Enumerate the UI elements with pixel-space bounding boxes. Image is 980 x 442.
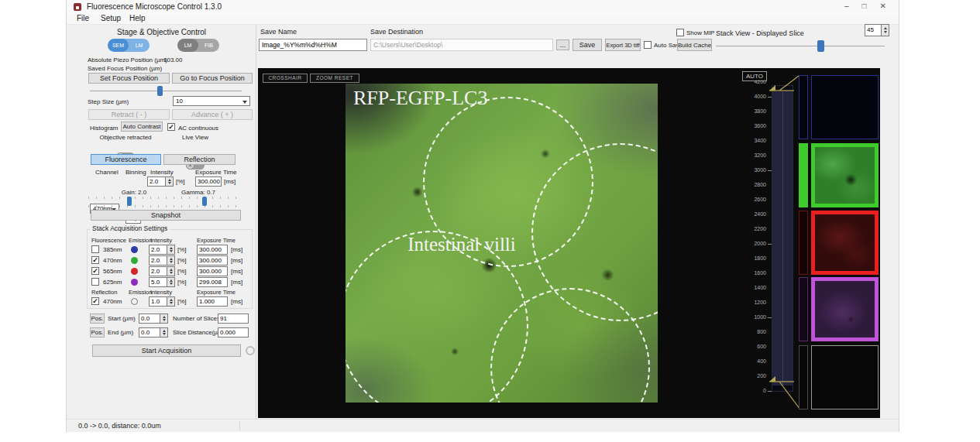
tab-fluorescence[interactable]: Fluorescence xyxy=(91,154,161,165)
intensity-label: Intensity xyxy=(150,169,174,176)
channel-625-checkbox[interactable] xyxy=(91,278,99,286)
save-destination-label: Save Destination xyxy=(370,28,423,36)
channel-565-intensity-stepper[interactable]: 2.0 xyxy=(149,266,175,276)
slices-input[interactable]: 91 xyxy=(218,314,249,324)
browse-button[interactable]: ... xyxy=(556,39,569,50)
absolute-piezo-value: 103.00 xyxy=(163,57,182,63)
intensity-stepper[interactable]: 2.0 xyxy=(147,176,174,187)
channel-565-exposure-input[interactable]: 300.000 xyxy=(197,266,228,276)
channel-thumbnail-385[interactable] xyxy=(811,75,879,139)
goto-focus-button[interactable]: Go to Focus Position xyxy=(172,73,253,84)
gamma-slider-handle[interactable] xyxy=(202,197,207,206)
maximize-icon[interactable]: □ xyxy=(862,2,867,10)
channel-thumbnail-565[interactable] xyxy=(811,211,879,275)
channel-label: Channel xyxy=(95,169,119,176)
sem-lm-toggle[interactable]: SEM LM xyxy=(108,39,150,52)
channel-470-exposure-input[interactable]: 300.000 xyxy=(197,255,228,266)
slice-slider-track[interactable] xyxy=(716,46,885,46)
channel-strip-565[interactable] xyxy=(799,211,808,275)
stepper-arrows-icon[interactable] xyxy=(166,176,174,187)
gain-slider-handle[interactable] xyxy=(127,197,132,206)
advance-button[interactable]: Advance ( + ) xyxy=(172,109,253,120)
channel-strip-470[interactable] xyxy=(799,143,808,207)
reflection-intensity-stepper[interactable]: 1.0 xyxy=(149,296,175,307)
build-cache-button[interactable]: Build Cache xyxy=(677,39,712,51)
auto-save-checkbox[interactable] xyxy=(644,41,652,49)
channel-strip-625[interactable] xyxy=(799,277,808,341)
auto-scale-button[interactable]: AUTO xyxy=(742,71,767,81)
channel-385-checkbox[interactable] xyxy=(91,245,99,253)
crosshair-button[interactable]: CROSSHAIR xyxy=(263,74,308,83)
stepper-arrows-icon[interactable] xyxy=(160,327,168,337)
objective-retracted-label: Objective retracted xyxy=(87,134,164,141)
step-size-select[interactable]: 10 xyxy=(173,96,250,106)
image-title: RFP-EGFP-LC3 xyxy=(353,87,487,110)
live-view-label: Live View xyxy=(167,134,223,141)
save-button[interactable]: Save xyxy=(573,39,602,51)
channel-385-intensity-stepper[interactable]: 2.0 xyxy=(149,245,175,255)
stepper-arrows-icon[interactable] xyxy=(167,277,175,287)
channel-625-intensity-stepper[interactable]: 5.0 xyxy=(149,277,175,287)
lm-fib-toggle[interactable]: LM FIB xyxy=(177,39,219,52)
menu-help[interactable]: Help xyxy=(129,14,146,22)
pos-start-button[interactable]: Pos. xyxy=(90,314,105,324)
channel-thumbnail-625[interactable] xyxy=(811,277,879,341)
reflection-470-label: 470nm xyxy=(103,298,122,305)
auto-contrast-button[interactable]: Auto Contrast xyxy=(121,122,163,132)
stepper-arrows-icon[interactable] xyxy=(167,255,175,266)
minimize-icon[interactable]: – xyxy=(844,2,849,10)
tab-reflection[interactable]: Reflection xyxy=(163,154,236,165)
close-icon[interactable]: ✕ xyxy=(880,2,886,10)
ac-continuous-checkbox[interactable]: ✓ xyxy=(167,123,175,131)
focus-slider-handle[interactable] xyxy=(157,86,163,96)
exposure-label: Exposure Time xyxy=(195,169,236,176)
stepper-arrows-icon[interactable] xyxy=(167,245,175,255)
binning-label: Binning xyxy=(126,169,146,176)
start-acquisition-button[interactable]: Start Acquisition xyxy=(92,344,241,357)
channel-strip-reflection[interactable] xyxy=(799,345,808,409)
channel-565-checkbox[interactable]: ✓ xyxy=(91,267,99,275)
reflection-exposure-input[interactable]: 1.000 xyxy=(197,296,228,307)
channel-470-intensity-stepper[interactable]: 2.0 xyxy=(149,255,175,266)
stack-settings-title: Stack Acquisition Settings xyxy=(90,224,170,232)
channel-565-label: 565nm xyxy=(103,268,122,275)
image-viewer: CROSSHAIR ZOOM RESET RFP-EGFP-LC3 Intest… xyxy=(258,68,880,418)
save-name-input[interactable]: Image_%Y%m%d%H%M xyxy=(259,39,367,51)
menu-setup[interactable]: Setup xyxy=(101,14,121,22)
show-mip-checkbox[interactable] xyxy=(676,29,684,36)
stepper-arrows-icon[interactable] xyxy=(882,24,889,36)
channel-thumbnail-reflection[interactable] xyxy=(811,345,879,409)
status-text: 0.0 -> 0.0, distance: 0.0um xyxy=(78,422,161,430)
menu-file[interactable]: File xyxy=(77,14,89,22)
end-stepper[interactable]: 0.0 xyxy=(139,327,168,337)
distance-input[interactable]: 0.000 xyxy=(218,327,249,337)
start-value: 0.0 xyxy=(139,314,160,324)
col-exposure: Exposure Time xyxy=(197,289,236,296)
intensity-value: 5.0 xyxy=(149,277,167,287)
snapshot-button[interactable]: Snapshot xyxy=(91,210,241,221)
export-3d-tiff-button[interactable]: Export 3D tiff xyxy=(605,39,641,51)
percent-unit: [%] xyxy=(177,246,187,253)
channel-625-exposure-input[interactable]: 299.008 xyxy=(197,277,228,287)
slice-slider-handle[interactable] xyxy=(817,40,824,52)
set-focus-button[interactable]: Set Focus Position xyxy=(88,73,170,84)
retract-button[interactable]: Retract ( - ) xyxy=(88,109,170,120)
focus-slider-track[interactable] xyxy=(90,91,242,91)
stepper-arrows-icon[interactable] xyxy=(160,314,168,324)
channel-470-checkbox[interactable]: ✓ xyxy=(91,256,99,264)
emission-dot xyxy=(131,268,138,275)
gain-gamma-ticks xyxy=(88,197,243,199)
fluorescence-image[interactable]: RFP-EGFP-LC3 Intestinal villi xyxy=(346,84,658,403)
channel-strip-385[interactable] xyxy=(799,75,808,139)
stepper-arrows-icon[interactable] xyxy=(167,266,175,276)
pos-end-button[interactable]: Pos. xyxy=(90,327,105,337)
ms-unit: [ms] xyxy=(231,257,242,264)
start-stepper[interactable]: 0.0 xyxy=(139,314,168,324)
stepper-arrows-icon[interactable] xyxy=(167,296,175,307)
reflection-470-checkbox[interactable]: ✓ xyxy=(91,297,99,305)
exposure-input[interactable]: 300.000 xyxy=(195,176,222,187)
displayed-slice-stepper[interactable]: 45 xyxy=(865,24,889,36)
channel-thumbnail-470[interactable] xyxy=(811,143,879,207)
zoom-reset-button[interactable]: ZOOM RESET xyxy=(310,74,359,83)
channel-385-exposure-input[interactable]: 300.000 xyxy=(197,245,228,255)
